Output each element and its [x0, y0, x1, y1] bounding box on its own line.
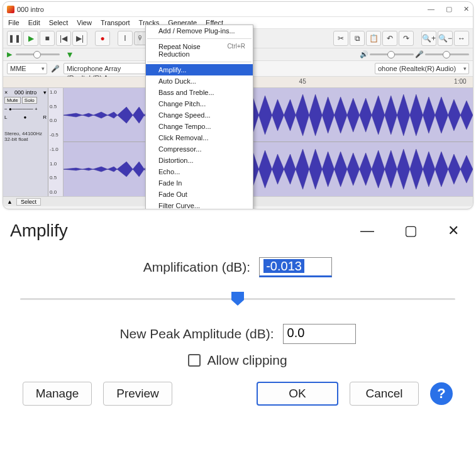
menu-edit[interactable]: Edit: [27, 18, 42, 27]
svg-marker-0: [231, 292, 244, 306]
dialog-minimize-button[interactable]: —: [360, 223, 374, 239]
track-close-button[interactable]: ×: [4, 89, 8, 96]
redo-button[interactable]: ↷: [399, 31, 414, 46]
mic-gain-icon: 🎤: [415, 50, 424, 58]
minimize-button[interactable]: —: [428, 5, 434, 13]
menu-item-amplify[interactable]: Amplify...: [146, 64, 253, 75]
menu-view[interactable]: View: [75, 18, 93, 27]
play-at-speed-button[interactable]: ▶: [7, 50, 12, 58]
amplification-label: Amplification (dB):: [143, 260, 250, 275]
audio-host-dropdown[interactable]: MME: [7, 63, 47, 74]
pause-button[interactable]: ❚❚: [7, 31, 22, 46]
effect-menu-popup: Add / Remove Plug-ins... Repeat Noise Re…: [145, 25, 253, 209]
menu-item-auto-duck[interactable]: Auto Duck...: [146, 75, 253, 87]
solo-button[interactable]: Solo: [22, 97, 37, 104]
amplify-dialog: Amplify — ▢ ✕ Amplification (dB): -0.013…: [4, 217, 472, 417]
maximize-button[interactable]: ▢: [446, 5, 452, 13]
menu-item-repeat-noise-reduction[interactable]: Repeat Noise Reduction Ctrl+R: [146, 41, 253, 60]
titlebar[interactable]: 000 intro — ▢ ✕: [3, 2, 473, 17]
preview-button[interactable]: Preview: [103, 382, 172, 406]
menu-item-click-removal[interactable]: Click Removal...: [146, 132, 253, 143]
menu-separator: [147, 38, 252, 39]
manage-button[interactable]: Manage: [23, 382, 92, 406]
cut-button[interactable]: ✂: [333, 31, 348, 46]
menu-item-fade-in[interactable]: Fade In: [146, 177, 253, 189]
waveform-area[interactable]: [64, 88, 473, 196]
amplification-slider[interactable]: [20, 291, 455, 306]
menubar: File Edit Select View Transport Tracks G…: [3, 17, 473, 29]
new-peak-label: New Peak Amplitude (dB):: [119, 326, 274, 341]
menu-item-add-remove-plugins[interactable]: Add / Remove Plug-ins...: [146, 25, 253, 36]
play-button[interactable]: ▶: [23, 31, 38, 46]
allow-clipping-checkbox[interactable]: [188, 354, 201, 367]
menu-item-compressor[interactable]: Compressor...: [146, 143, 253, 155]
menu-select[interactable]: Select: [48, 18, 70, 27]
dialog-close-button[interactable]: ✕: [448, 223, 459, 239]
playback-device-dropdown[interactable]: ohone (Realtek(R) Audio): [375, 63, 469, 74]
menu-item-bass-treble[interactable]: Bass and Treble...: [146, 87, 253, 98]
menu-file[interactable]: File: [7, 18, 21, 27]
amplification-input[interactable]: -0.013: [259, 257, 332, 277]
selection-tool-button[interactable]: I: [118, 31, 133, 46]
dialog-maximize-button[interactable]: ▢: [404, 223, 418, 239]
input-volume-slider[interactable]: [425, 53, 469, 55]
recording-device-dropdown[interactable]: Microphone Array (Realtek(R) Au: [64, 63, 158, 74]
menu-separator: [147, 62, 252, 62]
project-title: 000 intro: [17, 6, 44, 13]
skip-start-button[interactable]: |◀: [56, 31, 71, 46]
menu-item-change-tempo[interactable]: Change Tempo...: [146, 121, 253, 132]
menu-transport[interactable]: Transport: [99, 18, 131, 27]
menu-item-filter-curve[interactable]: Filter Curve...: [146, 200, 253, 209]
menu-item-change-pitch[interactable]: Change Pitch...: [146, 98, 253, 109]
menu-item-fade-out[interactable]: Fade Out: [146, 189, 253, 200]
menu-item-change-speed[interactable]: Change Speed...: [146, 109, 253, 121]
mute-button[interactable]: Mute: [4, 97, 21, 104]
zoom-out-button[interactable]: 🔍−: [438, 31, 453, 46]
zoom-fit-button[interactable]: ↔: [454, 31, 469, 46]
playback-speed-slider[interactable]: [16, 53, 60, 55]
stop-button[interactable]: ■: [40, 31, 55, 46]
ok-button[interactable]: OK: [257, 382, 338, 406]
audacity-main-window: 000 intro — ▢ ✕ File Edit Select View Tr…: [3, 1, 473, 209]
select-all-button[interactable]: Select: [16, 198, 41, 206]
copy-button[interactable]: ⧉: [350, 31, 365, 46]
help-button[interactable]: ?: [430, 382, 453, 405]
menu-item-echo[interactable]: Echo...: [146, 166, 253, 177]
dialog-title: Amplify: [10, 221, 68, 241]
slider-thumb-icon[interactable]: [231, 291, 245, 306]
new-peak-input[interactable]: 0.0: [283, 324, 356, 344]
output-volume-slider[interactable]: [370, 53, 414, 55]
menu-item-distortion[interactable]: Distortion...: [146, 155, 253, 166]
microphone-icon: 🎙: [137, 35, 143, 42]
undo-button[interactable]: ↶: [382, 31, 397, 46]
collapse-marker-icon[interactable]: ▲: [7, 199, 13, 205]
zoom-in-button[interactable]: 🔍+: [421, 31, 436, 46]
ruler-tick: 1:00: [454, 78, 466, 85]
waveform-channel-right: [64, 142, 473, 196]
app-logo-icon: [7, 6, 14, 13]
microphone-icon: 🎤: [51, 65, 60, 73]
skip-end-button[interactable]: ▶|: [72, 31, 87, 46]
track-control-panel[interactable]: ×000 intro▾ MuteSolo − ●────── + L●R Ste…: [3, 88, 48, 196]
track-name-label: 000 intro: [14, 89, 36, 96]
speaker-icon: 🔊: [360, 50, 368, 58]
waveform-channel-left: [64, 88, 473, 142]
close-button[interactable]: ✕: [463, 5, 469, 13]
ruler-tick: 45: [299, 78, 306, 85]
cancel-button[interactable]: Cancel: [350, 382, 419, 406]
vertical-scale[interactable]: 1.00.50.0-0.5-1.01.00.50.0: [48, 88, 64, 196]
record-button[interactable]: ●: [95, 31, 110, 46]
allow-clipping-label: Allow clipping: [207, 353, 287, 368]
scrub-indicator-icon: ▾: [67, 48, 72, 60]
paste-button[interactable]: 📋: [366, 31, 381, 46]
